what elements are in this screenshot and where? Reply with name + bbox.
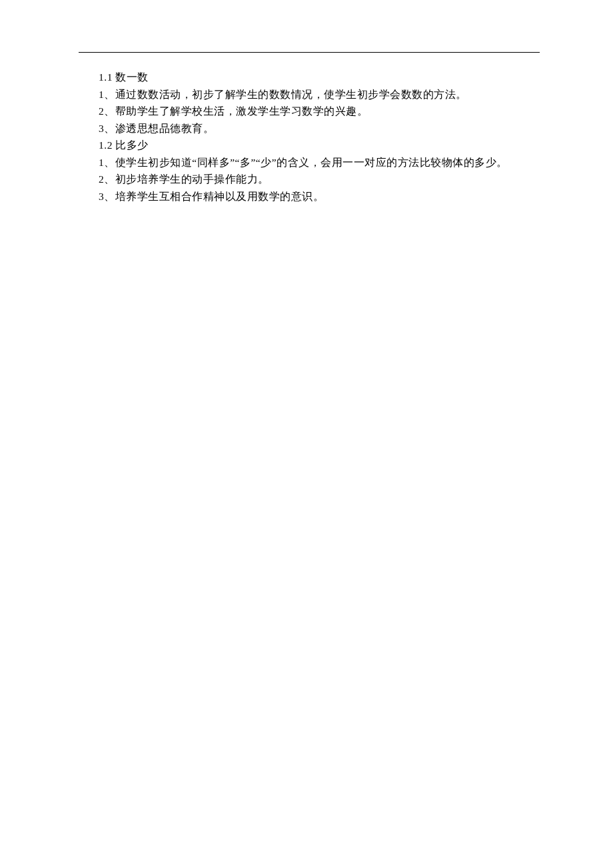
- text-line: 3、培养学生互相合作精神以及用数学的意识。: [99, 188, 540, 205]
- document-content: 1.1 数一数 1、通过数数活动，初步了解学生的数数情况，使学生初步学会数数的方…: [79, 69, 540, 205]
- text-line: 1.2 比多少: [99, 137, 540, 154]
- text-line: 3、渗透思想品德教育。: [99, 120, 540, 137]
- text-line: 1、使学生初步知道“同样多”“多”“少”的含义，会用一一对应的方法比较物体的多少…: [99, 154, 540, 171]
- text-line: 1.1 数一数: [99, 69, 540, 86]
- text-line: 2、初步培养学生的动手操作能力。: [99, 171, 540, 188]
- text-line: 1、通过数数活动，初步了解学生的数数情况，使学生初步学会数数的方法。: [99, 86, 540, 103]
- horizontal-rule: [79, 52, 540, 53]
- text-line: 2、帮助学生了解学校生活，激发学生学习数学的兴趣。: [99, 103, 540, 120]
